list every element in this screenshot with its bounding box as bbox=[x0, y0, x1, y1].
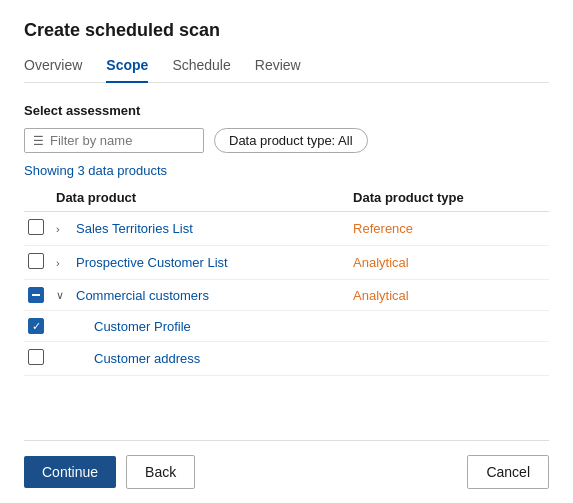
row-2-checkbox[interactable] bbox=[28, 253, 44, 269]
filter-icon: ☰ bbox=[33, 134, 44, 148]
row-1-name[interactable]: Sales Territories List bbox=[76, 221, 193, 236]
row-3-type: Analytical bbox=[353, 280, 549, 311]
row-1-checkbox[interactable] bbox=[28, 219, 44, 235]
data-products-table: Data product Data product type › Sales T… bbox=[24, 184, 549, 440]
expand-icon[interactable]: ∨ bbox=[56, 289, 70, 302]
row-3-1-checkbox[interactable] bbox=[28, 318, 44, 334]
cancel-button[interactable]: Cancel bbox=[467, 455, 549, 489]
row-3-1-type bbox=[353, 311, 549, 342]
row-3-2-checkbox[interactable] bbox=[28, 349, 44, 365]
col-data-product-header: Data product bbox=[56, 184, 353, 212]
tab-review[interactable]: Review bbox=[255, 57, 301, 83]
showing-count: Showing 3 data products bbox=[24, 163, 549, 178]
filter-input[interactable] bbox=[50, 133, 195, 148]
tab-schedule[interactable]: Schedule bbox=[172, 57, 230, 83]
tab-scope[interactable]: Scope bbox=[106, 57, 148, 83]
row-3-1-name[interactable]: Customer Profile bbox=[94, 319, 191, 334]
tab-bar: Overview Scope Schedule Review bbox=[24, 57, 549, 83]
row-checkbox-cell bbox=[24, 280, 56, 311]
table-row: › Sales Territories List Reference bbox=[24, 212, 549, 246]
row-checkbox-cell bbox=[24, 311, 56, 342]
expand-icon[interactable]: › bbox=[56, 223, 70, 235]
table-row: Customer address bbox=[24, 342, 549, 376]
table-row: › Prospective Customer List Analytical bbox=[24, 246, 549, 280]
section-label: Select assessment bbox=[24, 103, 549, 118]
page-title: Create scheduled scan bbox=[24, 20, 549, 41]
row-2-type: Analytical bbox=[353, 246, 549, 280]
row-name-cell: Customer address bbox=[56, 342, 353, 376]
expand-icon[interactable]: › bbox=[56, 257, 70, 269]
row-2-name[interactable]: Prospective Customer List bbox=[76, 255, 228, 270]
type-filter-button[interactable]: Data product type: All bbox=[214, 128, 368, 153]
row-name-cell: Customer Profile bbox=[56, 311, 353, 342]
row-3-name[interactable]: Commercial customers bbox=[76, 288, 209, 303]
col-checkbox-header bbox=[24, 184, 56, 212]
filter-input-wrapper: ☰ bbox=[24, 128, 204, 153]
back-button[interactable]: Back bbox=[126, 455, 195, 489]
table-row: Customer Profile bbox=[24, 311, 549, 342]
row-name-cell: ∨ Commercial customers bbox=[56, 280, 353, 311]
continue-button[interactable]: Continue bbox=[24, 456, 116, 488]
row-3-2-name[interactable]: Customer address bbox=[94, 351, 200, 366]
row-checkbox-cell bbox=[24, 246, 56, 280]
table-row: ∨ Commercial customers Analytical bbox=[24, 280, 549, 311]
filter-row: ☰ Data product type: All bbox=[24, 128, 549, 153]
tab-overview[interactable]: Overview bbox=[24, 57, 82, 83]
col-data-product-type-header: Data product type bbox=[353, 184, 549, 212]
row-checkbox-cell bbox=[24, 342, 56, 376]
row-name-cell: › Sales Territories List bbox=[56, 212, 353, 246]
footer: Continue Back Cancel bbox=[24, 440, 549, 503]
row-1-type: Reference bbox=[353, 212, 549, 246]
row-3-checkbox[interactable] bbox=[28, 287, 44, 303]
row-checkbox-cell bbox=[24, 212, 56, 246]
row-3-2-type bbox=[353, 342, 549, 376]
row-name-cell: › Prospective Customer List bbox=[56, 246, 353, 280]
